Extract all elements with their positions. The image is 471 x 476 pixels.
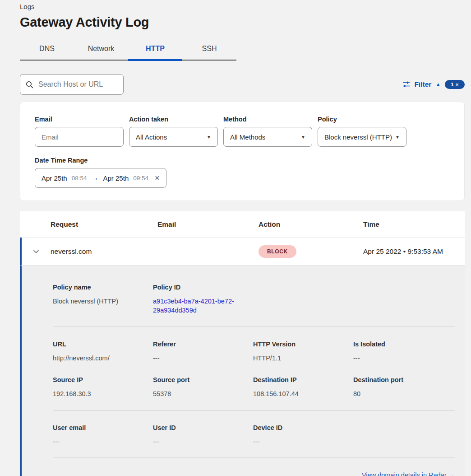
tab-ssh[interactable]: SSH <box>182 39 236 60</box>
arrow-right-icon: → <box>448 471 455 476</box>
referer-value: --- <box>153 354 242 363</box>
destination-port-label: Destination port <box>353 376 443 383</box>
policy-id-cell: Policy ID a91c3eb4-ba7a-4201-be72-29a934… <box>153 284 253 315</box>
email-filter-label: Email <box>35 116 124 123</box>
table-column-header-email: Email <box>157 220 259 229</box>
policy-id-label: Policy ID <box>153 284 242 291</box>
http-version-label: HTTP Version <box>253 341 342 348</box>
user-detail-section: User email --- User ID --- Device ID --- <box>53 411 455 457</box>
filter-button[interactable]: Filter <box>414 80 431 89</box>
policy-section: Policy name Block neverssl (HTTP) Policy… <box>53 266 455 327</box>
action-taken-label: Action taken <box>129 116 218 123</box>
arrow-right-icon: → <box>92 174 99 182</box>
chevron-down-icon: ▼ <box>301 135 305 140</box>
chevron-down-icon <box>32 248 40 255</box>
filter-collapse-icon[interactable]: ▲ <box>435 82 441 87</box>
user-email-value: --- <box>53 437 142 446</box>
chevron-down-icon: ▼ <box>207 135 211 140</box>
tab-http[interactable]: HTTP <box>128 39 182 60</box>
policy-name-label: Policy name <box>53 284 142 291</box>
radar-link-row: View domain details in Radar → <box>53 457 455 476</box>
policy-label: Policy <box>318 116 406 123</box>
request-cell: neverssl.com <box>51 247 157 256</box>
time-cell: Apr 25 2022 • 9:53:53 AM <box>363 247 465 256</box>
tab-dns[interactable]: DNS <box>20 39 74 60</box>
email-filter-input[interactable] <box>35 127 124 147</box>
method-select[interactable]: All Methods ▼ <box>223 127 312 147</box>
row-detail-panel: Policy name Block neverssl (HTTP) Policy… <box>20 266 465 476</box>
user-email-cell: User email --- <box>53 424 153 446</box>
destination-port-cell: Destination port 80 <box>353 376 453 398</box>
block-status-badge: BLOCK <box>259 245 296 258</box>
tab-network[interactable]: Network <box>74 39 128 60</box>
user-id-label: User ID <box>153 424 242 431</box>
method-field: Method All Methods ▼ <box>223 116 312 147</box>
user-email-label: User email <box>53 424 142 431</box>
filter-panel: Email Action taken All Actions ▼ Method … <box>20 102 465 201</box>
policy-name-value: Block neverssl (HTTP) <box>53 297 142 306</box>
date-range-end-date: Apr 25th <box>103 174 129 182</box>
breadcrumb: Logs <box>20 3 465 11</box>
is-isolated-label: Is Isolated <box>353 341 443 348</box>
table-column-header-request: Request <box>51 220 157 229</box>
date-range-field[interactable]: Apr 25th 08:54 → Apr 25th 09:54 × <box>35 168 166 188</box>
page-title: Gateway Activity Log <box>20 14 465 30</box>
search-icon <box>26 81 33 89</box>
destination-ip-value: 108.156.107.44 <box>253 389 342 398</box>
device-id-label: Device ID <box>253 424 342 431</box>
network-detail-section: Source IP 192.168.30.3 Source port 55378… <box>53 363 455 410</box>
filter-controls: Filter ▲ 1 × <box>402 80 465 89</box>
email-filter-field: Email <box>35 116 124 147</box>
destination-ip-label: Destination IP <box>253 376 342 383</box>
action-cell: BLOCK <box>259 245 363 258</box>
table-column-header-action: Action <box>259 220 363 229</box>
policy-name-cell: Policy name Block neverssl (HTTP) <box>53 284 153 315</box>
row-expand-toggle[interactable] <box>22 248 51 255</box>
action-taken-select[interactable]: All Actions ▼ <box>129 127 218 147</box>
source-ip-cell: Source IP 192.168.30.3 <box>53 376 153 398</box>
filter-count-badge[interactable]: 1 × <box>445 80 465 89</box>
is-isolated-cell: Is Isolated --- <box>353 341 453 363</box>
url-value: http://neverssl.com/ <box>53 354 142 363</box>
destination-port-value: 80 <box>353 389 443 398</box>
table-column-header-time: Time <box>363 220 465 229</box>
table-header-row: Request Email Action Time <box>20 211 465 238</box>
is-isolated-value: --- <box>353 354 443 363</box>
user-id-cell: User ID --- <box>153 424 253 446</box>
search-input[interactable] <box>37 80 118 89</box>
date-range-start-date: Apr 25th <box>42 174 67 182</box>
date-range-field-group: Date Time Range Apr 25th 08:54 → Apr 25t… <box>35 157 450 188</box>
method-label: Method <box>223 116 312 123</box>
log-type-tabs: DNS Network HTTP SSH <box>20 39 236 61</box>
action-taken-field: Action taken All Actions ▼ <box>129 116 218 147</box>
http-version-cell: HTTP Version HTTP/1.1 <box>253 341 353 363</box>
date-range-end-time: 09:54 <box>133 175 148 182</box>
policy-value: Block neverssl (HTTP) <box>324 133 392 141</box>
log-table-row[interactable]: neverssl.com BLOCK Apr 25 2022 • 9:53:53… <box>20 238 465 266</box>
source-ip-label: Source IP <box>53 376 142 383</box>
policy-id-link[interactable]: a91c3eb4-ba7a-4201-be72-29a934dd359d <box>153 297 240 315</box>
date-range-start-time: 08:54 <box>72 175 87 182</box>
referer-label: Referer <box>153 341 242 348</box>
policy-select[interactable]: Block neverssl (HTTP) ▼ <box>318 127 406 147</box>
source-ip-value: 192.168.30.3 <box>53 389 142 398</box>
http-detail-section: URL http://neverssl.com/ Referer --- HTT… <box>53 327 455 363</box>
source-port-cell: Source port 55378 <box>153 376 253 398</box>
device-id-cell: Device ID --- <box>253 424 353 446</box>
source-port-value: 55378 <box>153 389 242 398</box>
device-id-value: --- <box>253 437 342 446</box>
action-taken-value: All Actions <box>136 133 167 141</box>
chevron-down-icon: ▼ <box>395 135 400 140</box>
radar-link[interactable]: View domain details in Radar → <box>362 471 455 476</box>
filter-icon <box>402 81 410 88</box>
url-label: URL <box>53 341 142 348</box>
clear-date-range-icon[interactable]: × <box>155 174 160 182</box>
user-id-value: --- <box>153 437 242 446</box>
method-value: All Methods <box>230 133 265 141</box>
referer-cell: Referer --- <box>153 341 253 363</box>
policy-field: Policy Block neverssl (HTTP) ▼ <box>318 116 406 147</box>
http-version-value: HTTP/1.1 <box>253 354 342 363</box>
search-box[interactable] <box>20 74 124 95</box>
date-range-label: Date Time Range <box>35 157 450 164</box>
url-cell: URL http://neverssl.com/ <box>53 341 153 363</box>
